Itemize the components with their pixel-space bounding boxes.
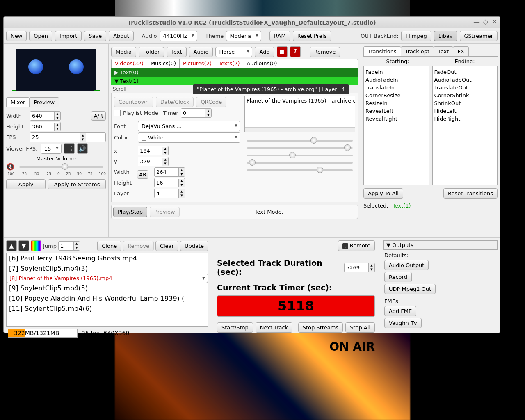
audioins-tab[interactable]: AudioIns(0) (243, 59, 281, 68)
audio-output-button[interactable]: Audio Output (384, 260, 429, 270)
layer-input[interactable]: ▲▼ (154, 189, 185, 198)
texts-tab[interactable]: Texts(2) (215, 59, 243, 68)
ram-button[interactable]: RAM (269, 31, 290, 41)
height-input[interactable]: ▲▼ (30, 122, 61, 131)
list-item[interactable]: [7] SoylentClip5.mp4(3) (7, 263, 208, 274)
y-input[interactable]: ▲▼ (138, 157, 169, 166)
videos-tab[interactable]: Videos(32) (112, 59, 147, 68)
transitions-tab[interactable]: Transitions (363, 46, 401, 56)
y-slider[interactable] (247, 147, 353, 149)
tree-text0[interactable]: ▶Text(0) (111, 68, 358, 77)
w-input[interactable]: ▲▼ (154, 167, 185, 177)
x-input[interactable]: ▲▼ (138, 146, 169, 155)
move-up-icon[interactable]: ▲ (6, 240, 17, 251)
viewerfps-select[interactable]: 15 (41, 144, 62, 154)
volume-scale: -100-75-50-250255075100 (6, 172, 106, 176)
about-button[interactable]: About (109, 31, 133, 41)
new-button[interactable]: New (6, 31, 27, 41)
reset-transitions-button[interactable]: Reset Transitions (443, 188, 498, 199)
save-button[interactable]: Save (84, 31, 106, 41)
sound-icon[interactable]: 🔊 (77, 143, 88, 154)
trackopt-tab[interactable]: Track opt (401, 46, 434, 56)
apply-all-button[interactable]: Apply To All (363, 188, 403, 199)
stop-rec-icon[interactable]: ◼ (277, 46, 288, 57)
record-button[interactable]: Record (384, 272, 412, 282)
stopall-button[interactable]: Stop All (345, 322, 375, 333)
minimize-icon[interactable]: — (473, 18, 480, 25)
list-item[interactable]: [10] Popeye Aladdin And His Wonderful La… (7, 293, 208, 304)
folder-button[interactable]: Folder (139, 47, 164, 57)
list-item[interactable]: [9] SoylentClip5.mp4(5) (7, 283, 208, 293)
outputs-header[interactable]: ▼ Outputs (383, 240, 498, 250)
media-button[interactable]: Media (111, 47, 136, 57)
list-item[interactable]: [8] Planet of the Vampires (1965).mp4 (7, 274, 208, 283)
dateclock-button[interactable]: Date/Clock (156, 97, 194, 107)
h-slider[interactable] (247, 162, 353, 164)
ending-list[interactable]: FadeOutAudioFadeOutTranslateOutCornerShr… (432, 66, 498, 185)
color-select[interactable]: White (138, 132, 240, 143)
text-button[interactable]: Text (167, 47, 186, 57)
x-slider[interactable] (247, 140, 353, 142)
sel-duration-input[interactable]: ▲▼ (344, 263, 375, 272)
fps-input[interactable]: ▲▼ (30, 132, 106, 142)
vaughn-button[interactable]: Vaughn Tv (384, 318, 422, 328)
reset-prefs-button[interactable]: Reset Prefs (293, 31, 331, 41)
preview-text-button[interactable]: Preview (150, 207, 180, 217)
udp-button[interactable]: UDP Mpeg2 Out (384, 284, 436, 294)
text-fx-tab[interactable]: Text (434, 46, 453, 56)
h-input[interactable]: ▲▼ (154, 178, 185, 187)
preview-tab[interactable]: Preview (29, 97, 59, 107)
playlist-mode-checkbox[interactable] (114, 110, 121, 116)
color-bars-icon[interactable] (31, 240, 41, 251)
remote-button[interactable]: ◞Remote (338, 240, 375, 251)
jump-input[interactable]: ▲▼ (58, 241, 80, 251)
apply-streams-button[interactable]: Apply to Streams (48, 179, 106, 189)
tree-text1[interactable]: ▼Text(1) (111, 77, 358, 85)
list-item[interactable]: [11] SoylentClip5.mp4(6) (7, 304, 208, 314)
volume-slider[interactable] (19, 166, 103, 168)
countdown-button[interactable]: Countdown (114, 97, 153, 107)
w-slider[interactable] (247, 155, 353, 156)
clone-button[interactable]: Clone (97, 241, 121, 251)
startstop-button[interactable]: Start/Stop (217, 322, 253, 333)
text-preview-field[interactable]: Planet of the Vampires (1965) - archive.… (244, 96, 355, 132)
move-down-icon[interactable]: ▼ (18, 240, 29, 251)
add-button[interactable]: Add (255, 47, 274, 57)
add-fme-button[interactable]: Add FME (384, 306, 416, 316)
font-select[interactable]: DejaVu Sans ... (138, 121, 240, 131)
update-button[interactable]: Update (180, 241, 208, 251)
starting-list[interactable]: FadeInAudioFadeInTranslateInCornerResize… (363, 66, 429, 185)
remove-track-button[interactable]: Remove (123, 241, 154, 251)
text-style-icon[interactable]: T (290, 46, 301, 57)
playstop-button[interactable]: Play/Stop (113, 207, 147, 217)
maximize-icon[interactable]: ◇ (482, 18, 489, 25)
gstreamer-button[interactable]: GStreamer (460, 31, 498, 41)
qrcode-button[interactable]: QRCode (196, 97, 226, 107)
ar-text-button[interactable]: AR (137, 170, 148, 179)
theme-select[interactable]: Modena (226, 31, 261, 41)
remove-button[interactable]: Remove (310, 47, 340, 57)
nexttrack-button[interactable]: Next Track (256, 322, 292, 333)
mixer-tab[interactable]: Mixer (6, 97, 30, 107)
fx-tab[interactable]: FX (453, 46, 468, 56)
layer-slider[interactable] (247, 169, 353, 171)
apply-button[interactable]: Apply (6, 179, 46, 189)
clear-button[interactable]: Clear (155, 241, 178, 251)
audio-select[interactable]: 44100Hz (160, 31, 197, 41)
ffmpeg-button[interactable]: FFmpeg (401, 31, 431, 41)
libav-button[interactable]: Libav (434, 31, 457, 41)
audio-button[interactable]: Audio (189, 47, 213, 57)
timer-input[interactable]: ▲▼ (181, 108, 212, 118)
import-button[interactable]: Import (55, 31, 82, 41)
pictures-tab[interactable]: Pictures(2) (180, 59, 215, 68)
stopstreams-button[interactable]: Stop Streams (298, 322, 343, 333)
open-button[interactable]: Open (29, 31, 52, 41)
fullscreen-icon[interactable]: ⛶ (64, 143, 75, 154)
width-input[interactable]: ▲▼ (30, 111, 61, 121)
close-icon[interactable]: ✕ (491, 18, 498, 25)
ar-button[interactable]: A/R (91, 111, 106, 121)
musics-tab[interactable]: Musics(0) (147, 59, 180, 68)
playlist[interactable]: [6] Paul Terry 1948 Seeing Ghosts.mp4 [7… (6, 253, 208, 327)
source-select[interactable]: Horse (215, 47, 252, 57)
list-item[interactable]: [6] Paul Terry 1948 Seeing Ghosts.mp4 (7, 253, 208, 263)
